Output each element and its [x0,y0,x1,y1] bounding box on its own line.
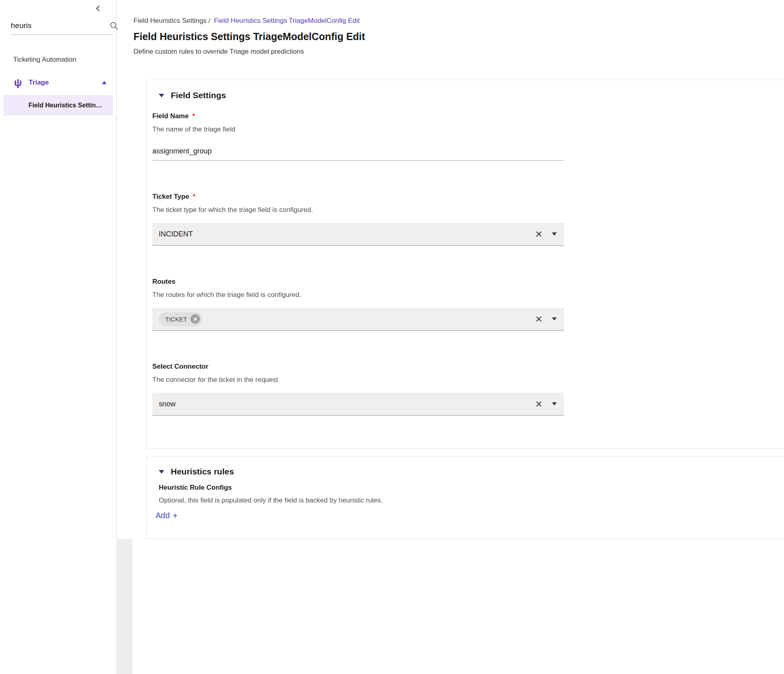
main-content: Field Heuristics Settings / Field Heuris… [117,0,784,674]
ticket-type-label-row: Ticket Type * [152,193,784,201]
plus-icon: + [173,511,178,520]
clear-icon[interactable]: × [535,398,542,410]
trident-icon: ψ [14,77,22,88]
heuristic-rule-configs-description: Optional, this field is populated only i… [152,496,784,504]
heuristics-rules-card-header[interactable]: Heuristics rules [152,467,784,476]
search-box[interactable] [11,21,113,35]
section-collapse-icon[interactable] [159,94,164,97]
sidebar-item-field-heuristics-settings[interactable]: Field Heuristics Settin… [3,95,113,115]
chevron-left-icon [94,4,102,12]
field-name-field: Field Name * The name of the triage fiel… [152,112,784,161]
connector-label-row: Select Connector [152,363,784,371]
field-name-description: The name of the triage field [152,125,784,133]
page-subtitle: Define custom rules to override Triage m… [133,48,784,56]
ticket-type-description: The ticket type for which the triage fie… [152,206,784,214]
routes-select[interactable]: TICKET × × [152,308,564,331]
route-chip[interactable]: TICKET × [159,312,202,326]
connector-select[interactable]: snow × [152,393,564,416]
required-asterisk: * [193,193,196,201]
x-glyph: × [193,316,197,323]
connector-field: Select Connector The connector for the t… [152,363,784,416]
field-name-label: Field Name [152,112,189,120]
chevron-down-icon[interactable] [552,317,557,321]
heuristics-rules-card: Heuristics rules Heuristic Rule Configs … [146,456,784,539]
heuristic-rule-configs-label: Heuristic Rule Configs [152,484,784,492]
routes-chip-list: TICKET × [159,312,535,326]
ticket-type-value: INCIDENT [159,230,535,238]
active-item-label: Field Heuristics Settin… [28,102,102,109]
triage-label: Triage [29,79,102,87]
search-input[interactable] [11,21,109,30]
chevron-down-icon[interactable] [552,232,557,236]
page-title: Field Heuristics Settings TriageModelCon… [133,31,784,42]
connector-label: Select Connector [152,363,208,371]
field-name-label-row: Field Name * [152,112,784,120]
heuristics-rules-card-title: Heuristics rules [171,467,234,476]
routes-label: Routes [152,278,176,286]
chevron-down-icon[interactable] [552,402,557,406]
clear-icon[interactable]: × [535,313,542,325]
routes-field: Routes The routes for which the triage f… [152,278,784,331]
add-label: Add [156,511,170,520]
routes-description: The routes for which the triage field is… [152,291,784,299]
breadcrumb: Field Heuristics Settings / Field Heuris… [133,17,784,25]
section-collapse-icon[interactable] [159,470,164,474]
connector-description: The connector for the ticket in the requ… [152,376,784,384]
ticket-type-field: Ticket Type * The ticket type for which … [152,193,784,246]
breadcrumb-root[interactable]: Field Heuristics Settings / [133,17,210,25]
ticket-type-select[interactable]: INCIDENT × [152,223,564,246]
add-heuristic-rule-button[interactable]: Add + [156,511,178,520]
sidebar: Ticketing Automation ψ Triage Field Heur… [0,0,117,674]
routes-label-row: Routes [152,278,784,286]
field-settings-card-header[interactable]: Field Settings [152,91,784,100]
sidebar-collapse-button[interactable] [93,3,103,14]
breadcrumb-current[interactable]: Field Heuristics Settings TriageModelCon… [214,17,360,25]
required-asterisk: * [192,112,195,120]
sidebar-item-triage[interactable]: ψ Triage [0,75,116,90]
app-root: Ticketing Automation ψ Triage Field Heur… [0,0,784,674]
chip-remove-icon[interactable]: × [190,314,200,324]
field-settings-card: Field Settings Field Name * The name of … [146,80,784,449]
field-settings-card-title: Field Settings [171,91,226,100]
sidebar-section-label: Ticketing Automation [13,56,116,64]
field-name-input[interactable] [152,145,564,161]
chevron-up-icon[interactable] [102,81,107,84]
route-chip-label: TICKET [165,316,187,323]
clear-icon[interactable]: × [535,228,542,240]
ticket-type-label: Ticket Type [152,193,189,201]
connector-value: snow [159,400,535,408]
